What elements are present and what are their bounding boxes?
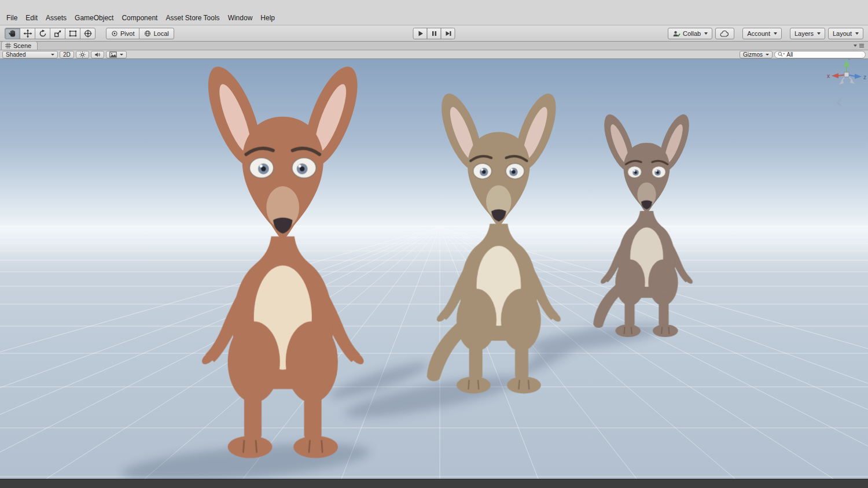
effects-dropdown[interactable] [106,51,127,58]
scene-search [774,51,866,58]
step-icon [444,29,452,38]
pivot-toggle-button[interactable]: Pivot [106,28,139,39]
local-label: Local [153,30,168,37]
pivot-label: Pivot [120,30,134,37]
chevron-down-icon [774,32,777,35]
chevron-down-icon [855,32,859,35]
draw-mode-label: Shaded [6,51,25,58]
menu-window[interactable]: Window [224,12,257,24]
rotate-tool-button[interactable] [35,28,50,39]
scene-tab-bar: Scene [0,42,868,50]
rect-tool-button[interactable] [65,28,80,39]
chevron-down-icon [817,32,821,35]
menu-gameobject[interactable]: GameObject [71,12,117,24]
collab-icon [672,30,681,38]
menu-bar: File Edit Assets GameObject Component As… [0,0,868,25]
menu-assets[interactable]: Assets [42,12,71,24]
step-button[interactable] [441,28,455,39]
z-axis-label: z [863,74,866,80]
move-icon [23,29,32,38]
collab-label: Collab [683,30,701,37]
tab-scene[interactable]: Scene [1,41,38,50]
lighting-toggle-button[interactable] [76,51,89,58]
pause-button[interactable] [427,28,442,39]
pivot-local-group: Pivot Local [106,28,174,39]
pivot-icon [111,30,118,37]
menu-help[interactable]: Help [256,12,279,24]
cloud-icon [720,30,730,38]
rect-icon [68,29,78,38]
pause-icon [430,29,438,38]
collab-dropdown[interactable]: Collab [668,28,712,39]
gizmo-center-cube[interactable] [844,72,849,77]
bottom-bar [0,479,868,488]
grid-icon [5,43,11,49]
menu-component[interactable]: Component [117,12,161,24]
chevron-down-icon [704,32,708,35]
move-tool-button[interactable] [20,28,35,39]
transform-tool-button[interactable] [80,28,95,39]
scene-view-toolbar: Shaded 2D Gizmos [0,50,868,59]
chevron-down-icon [120,54,123,56]
horizon-fog [0,227,868,273]
play-button[interactable] [413,28,428,39]
layers-dropdown[interactable]: Layers [790,28,825,39]
2d-toggle-button[interactable]: 2D [60,51,74,58]
scene-search-input[interactable] [786,51,862,58]
layout-label: Layout [833,30,852,37]
y-axis-label: y [848,59,851,60]
transform-icon [83,29,93,38]
unity-editor-window: File Edit Assets GameObject Component As… [0,0,868,488]
sun-icon [79,51,86,58]
draw-mode-dropdown[interactable]: Shaded [2,51,58,58]
chevron-down-icon [766,54,769,56]
scene-tab-label: Scene [13,42,31,49]
sky [0,59,868,228]
main-toolbar: Pivot Local [0,25,868,42]
hand-tool-button[interactable] [5,28,20,39]
image-icon [109,51,117,58]
layers-label: Layers [795,30,814,37]
play-icon [416,29,424,38]
x-axis-label: x [827,73,830,79]
account-label: Account [747,30,770,37]
speaker-icon [94,51,101,58]
gizmos-label: Gizmos [743,51,763,58]
scene-viewport[interactable]: y x z [0,59,868,479]
cloud-button[interactable] [715,28,734,39]
scale-tool-button[interactable] [50,28,65,39]
menu-edit[interactable]: Edit [21,12,42,24]
scale-icon [53,29,62,38]
hand-icon [8,29,17,38]
gizmos-dropdown[interactable]: Gizmos [740,51,773,58]
toolbar-right-group: Collab Account Layers Layout [668,28,863,39]
layout-dropdown[interactable]: Layout [828,28,863,39]
menu-asset-store-tools[interactable]: Asset Store Tools [161,12,223,24]
transform-tool-group [5,28,95,39]
menu-file[interactable]: File [2,12,21,24]
rotate-icon [38,29,47,38]
globe-icon [144,30,151,37]
panel-menu-icon [853,43,865,49]
panel-options[interactable] [853,43,865,49]
local-toggle-button[interactable]: Local [139,28,174,39]
chevron-down-icon [51,54,54,56]
playmode-controls [413,28,455,39]
audio-toggle-button[interactable] [91,51,104,58]
account-dropdown[interactable]: Account [742,28,782,39]
search-icon [777,51,785,58]
